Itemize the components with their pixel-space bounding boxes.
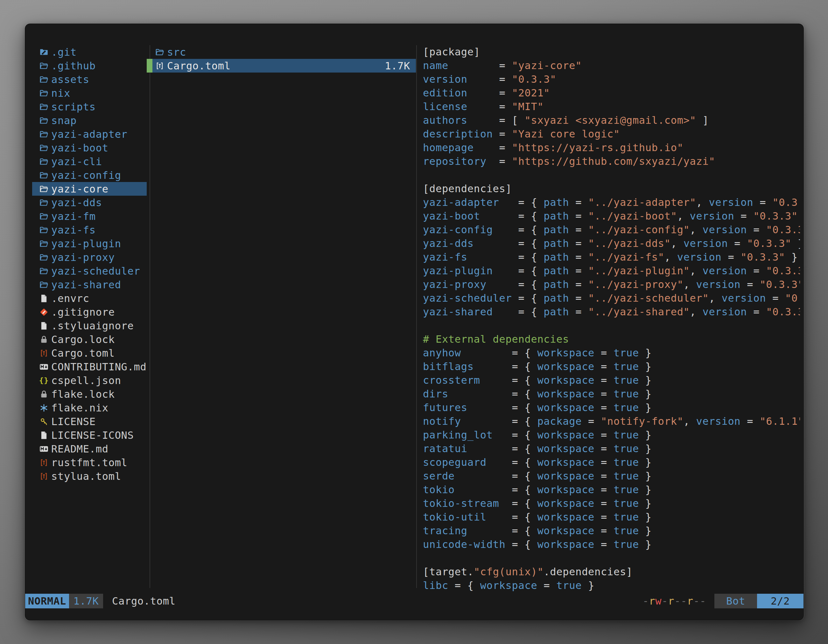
status-bar-left: NORMAL 1.7K Cargo.toml xyxy=(25,594,176,608)
lock-icon xyxy=(39,389,49,399)
sidebar-item-.envrc[interactable]: .envrc xyxy=(32,291,147,305)
toml-icon xyxy=(155,61,165,71)
sidebar-item-yazi-adapter[interactable]: yazi-adapter xyxy=(32,127,147,141)
folder-icon xyxy=(39,61,49,71)
file-name: .envrc xyxy=(51,292,89,304)
sidebar-item-assets[interactable]: assets xyxy=(32,72,147,86)
sidebar-item-license-icons[interactable]: LICENSE-ICONS xyxy=(32,428,147,442)
sidebar-item-.git[interactable]: .git xyxy=(32,45,147,59)
preview-line: yazi-boot = { path = "../yazi-boot", ver… xyxy=(423,209,800,223)
preview-line: description = "Yazi core logic" xyxy=(423,127,800,141)
gitfolder-icon xyxy=(39,47,49,57)
folder-icon xyxy=(39,130,49,139)
hover-marker xyxy=(147,59,152,72)
svg-text:{}: {} xyxy=(39,376,49,385)
file-name: Cargo.toml xyxy=(51,347,115,359)
file-name: .github xyxy=(51,60,96,72)
sidebar-item-yazi-boot[interactable]: yazi-boot xyxy=(32,141,147,155)
scroll-position-badge: Bot xyxy=(714,594,757,608)
yazi-window: .git.githubassetsnixscriptssnapyazi-adap… xyxy=(25,24,804,620)
preview-line xyxy=(423,552,800,565)
sidebar-item-rustfmt.toml[interactable]: rustfmt.toml xyxy=(32,456,147,469)
preview-pane[interactable]: [package]name = "yazi-core"version = "0.… xyxy=(423,45,800,592)
preview-line: yazi-plugin = { path = "../yazi-plugin",… xyxy=(423,264,800,278)
md-icon xyxy=(39,444,49,454)
parent-pane[interactable]: .git.githubassetsnixscriptssnapyazi-adap… xyxy=(32,45,147,483)
folder-icon xyxy=(39,198,49,207)
preview-line: serde = { workspace = true } xyxy=(423,469,800,483)
preview-line: bitflags = { workspace = true } xyxy=(423,360,800,373)
file-size: 1.7K xyxy=(385,60,416,72)
sidebar-item-yazi-scheduler[interactable]: yazi-scheduler xyxy=(32,264,147,278)
sidebar-item-yazi-shared[interactable]: yazi-shared xyxy=(32,278,147,291)
file-name: CONTRIBUTING.md xyxy=(51,361,146,373)
file-name: yazi-shared xyxy=(51,279,121,291)
preview-line: scopeguard = { workspace = true } xyxy=(423,456,800,469)
json-icon: {} xyxy=(39,376,49,385)
preview-line: homepage = "https://yazi-rs.github.io" xyxy=(423,141,800,155)
preview-line: yazi-fs = { path = "../yazi-fs", version… xyxy=(423,251,800,264)
file-size-badge: 1.7K xyxy=(69,594,103,608)
file-name: yazi-proxy xyxy=(51,251,115,263)
preview-line: libc = { workspace = true } xyxy=(423,579,800,592)
sidebar-item-cargo.toml[interactable]: Cargo.toml xyxy=(32,346,147,360)
sidebar-item-cspell.json[interactable]: {}cspell.json xyxy=(32,373,147,387)
sidebar-item-cargo.lock[interactable]: Cargo.lock xyxy=(32,332,147,346)
mode-badge: NORMAL xyxy=(25,594,69,608)
preview-line: dirs = { workspace = true } xyxy=(423,387,800,401)
file-item-cargo.toml[interactable]: Cargo.toml1.7K xyxy=(147,59,416,72)
folder-icon xyxy=(155,47,165,57)
file-name: yazi-cli xyxy=(51,155,102,168)
sidebar-item-license[interactable]: LICENSE xyxy=(32,415,147,428)
status-bar-right: -rw-r--r-- Bot 2/2 xyxy=(643,594,803,608)
sidebar-item-.styluaignore[interactable]: .styluaignore xyxy=(32,319,147,332)
folder-icon xyxy=(39,225,49,235)
preview-line: tokio-util = { workspace = true } xyxy=(423,510,800,524)
sidebar-item-contributing.md[interactable]: CONTRIBUTING.md xyxy=(32,360,147,373)
sidebar-item-readme.md[interactable]: README.md xyxy=(32,442,147,456)
pane-separator xyxy=(149,45,150,588)
lock-icon xyxy=(39,335,49,344)
file-item-src[interactable]: src xyxy=(147,45,416,59)
sidebar-item-yazi-cli[interactable]: yazi-cli xyxy=(32,155,147,168)
preview-line: tracing = { workspace = true } xyxy=(423,524,800,538)
sidebar-item-scripts[interactable]: scripts xyxy=(32,100,147,114)
sidebar-item-yazi-dds[interactable]: yazi-dds xyxy=(32,196,147,209)
sidebar-item-.github[interactable]: .github xyxy=(32,59,147,72)
file-icon xyxy=(39,294,49,303)
sidebar-item-yazi-fm[interactable]: yazi-fm xyxy=(32,209,147,223)
preview-line: futures = { workspace = true } xyxy=(423,401,800,415)
preview-line: yazi-proxy = { path = "../yazi-proxy", v… xyxy=(423,278,800,291)
sidebar-item-flake.nix[interactable]: flake.nix xyxy=(32,401,147,415)
preview-line: ratatui = { workspace = true } xyxy=(423,442,800,456)
md-icon xyxy=(39,362,49,371)
file-name: scripts xyxy=(51,101,96,113)
sidebar-item-yazi-config[interactable]: yazi-config xyxy=(32,168,147,182)
file-name: yazi-adapter xyxy=(51,128,128,140)
preview-line: tokio-stream = { workspace = true } xyxy=(423,497,800,510)
preview-line: version = "0.3.3" xyxy=(423,72,800,86)
preview-line: repository = "https://github.com/sxyazi/… xyxy=(423,155,800,168)
current-pane[interactable]: srcCargo.toml1.7K xyxy=(147,45,416,72)
file-name: Cargo.toml xyxy=(167,60,231,72)
sidebar-item-yazi-fs[interactable]: yazi-fs xyxy=(32,223,147,237)
sidebar-item-flake.lock[interactable]: flake.lock xyxy=(32,387,147,401)
sidebar-item-yazi-plugin[interactable]: yazi-plugin xyxy=(32,237,147,251)
folder-icon xyxy=(39,157,49,166)
sidebar-item-.gitignore[interactable]: .gitignore xyxy=(32,305,147,319)
file-name: nix xyxy=(51,87,70,99)
sidebar-item-yazi-core[interactable]: yazi-core xyxy=(32,182,147,196)
file-name: Cargo.lock xyxy=(51,334,115,346)
sidebar-item-nix[interactable]: nix xyxy=(32,86,147,100)
sidebar-item-yazi-proxy[interactable]: yazi-proxy xyxy=(32,251,147,264)
folder-icon xyxy=(39,280,49,290)
file-icon xyxy=(39,431,49,440)
file-name: yazi-core xyxy=(51,183,108,195)
sidebar-item-stylua.toml[interactable]: stylua.toml xyxy=(32,469,147,483)
preview-line xyxy=(423,168,800,182)
sidebar-item-snap[interactable]: snap xyxy=(32,114,147,127)
preview-line: edition = "2021" xyxy=(423,86,800,100)
file-name: README.md xyxy=(51,443,108,455)
preview-line: crossterm = { workspace = true } xyxy=(423,373,800,387)
preview-line: yazi-dds = { path = "../yazi-dds", versi… xyxy=(423,237,800,251)
